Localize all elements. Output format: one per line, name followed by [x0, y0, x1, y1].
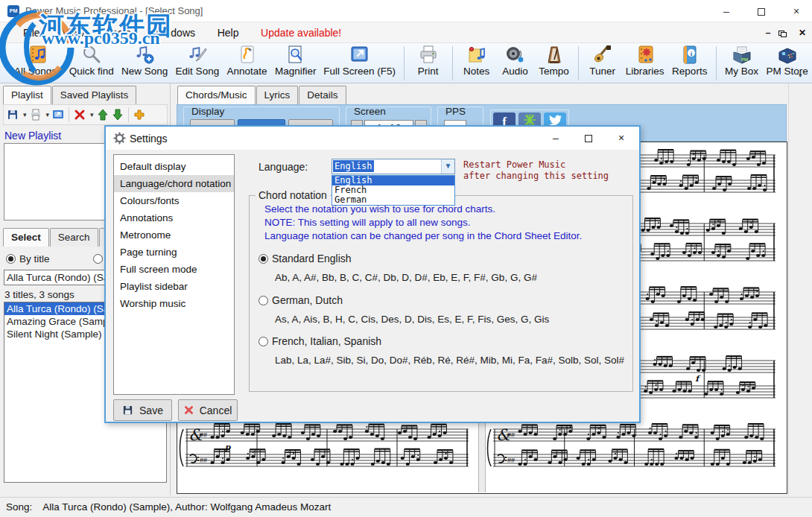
chord-notation-groupbox: Chord notation Select the notation you w… — [249, 195, 633, 392]
tab-search[interactable]: Search — [50, 228, 98, 247]
dialog-minimize-button[interactable]: – — [541, 127, 571, 150]
window-close-button[interactable]: × — [779, 0, 812, 22]
toolbar-print-button[interactable]: Print — [413, 45, 443, 77]
toolbar-libraries-button[interactable]: Libraries — [627, 45, 664, 77]
svg-text:p: p — [224, 443, 232, 452]
status-song-label: Song: — [6, 501, 32, 513]
audio-icon — [505, 45, 526, 65]
radio-icon — [258, 254, 268, 264]
tab-select[interactable]: Select — [3, 228, 49, 247]
toolbar-label: Quick find — [69, 66, 114, 77]
toolbar-notes-button[interactable]: Notes — [462, 45, 492, 77]
toolbar-label: All Songs▾ — [14, 66, 62, 77]
save-button[interactable]: Save — [113, 399, 172, 421]
radio-standard-english[interactable]: Standard English — [258, 253, 352, 264]
move-down-icon[interactable] — [112, 109, 124, 121]
toolbar-tuner-button[interactable]: Tuner — [588, 45, 618, 77]
toolbar-label: Libraries — [626, 66, 664, 77]
toolbar-separator — [716, 46, 717, 80]
child-restore-button[interactable] — [776, 26, 793, 39]
toolbar-label: Full Screen (F5) — [323, 66, 396, 77]
toolbar-tempo-button[interactable]: Tempo — [539, 45, 569, 77]
print-icon — [418, 45, 439, 65]
language-option-german[interactable]: German — [332, 195, 454, 205]
toolbar-audio-button[interactable]: Audio — [501, 45, 530, 77]
language-combobox[interactable]: English ▼ — [332, 159, 455, 174]
toolbar-new-song-button[interactable]: New Song — [122, 45, 167, 77]
settings-dialog-title: Settings — [130, 133, 168, 145]
radio-by-title[interactable]: By title — [6, 253, 50, 264]
tab-chords-music[interactable]: Chords/Music — [177, 86, 256, 104]
toolbar-reports-button[interactable]: i Reports — [673, 45, 707, 77]
add-song-icon[interactable] — [133, 109, 145, 121]
cancel-x-icon — [184, 405, 194, 415]
window-minimize-button[interactable]: – — [709, 0, 743, 22]
menu-file[interactable]: File — [13, 22, 50, 43]
save-playlist-icon[interactable] — [7, 109, 19, 121]
new-playlist-link[interactable]: New Playlist — [4, 130, 61, 142]
pm-store-icon — [777, 45, 798, 65]
settings-nav-playlist-sidebar[interactable]: Playlist sidebar — [114, 278, 234, 295]
playlist-toolbar: ▾ ▾ ▾ — [3, 104, 168, 125]
cancel-button[interactable]: Cancel — [178, 399, 238, 421]
dialog-close-button[interactable]: × — [606, 127, 636, 150]
toolbar-my-box-button[interactable]: PM My Box — [726, 45, 758, 77]
tab-lyrics[interactable]: Lyrics — [256, 86, 299, 104]
settings-nav-page-turning[interactable]: Page turning — [114, 244, 234, 261]
tab-playlist[interactable]: Playlist — [3, 86, 51, 104]
full-screen-icon — [349, 45, 370, 65]
settings-dialog-titlebar[interactable]: Settings – × — [106, 127, 639, 150]
svg-text:##: ## — [200, 457, 207, 464]
toolbar-edit-song-button[interactable]: Edit Song — [176, 45, 218, 77]
menu-windows[interactable]: Windows — [143, 22, 205, 43]
settings-nav-metronome[interactable]: Metronome — [114, 226, 234, 244]
settings-nav-default-display[interactable]: Default display — [114, 158, 234, 175]
settings-nav-worship-music[interactable]: Worship music — [114, 295, 234, 312]
menu-tools[interactable]: Tools — [97, 22, 141, 43]
print-caret-icon[interactable]: ▾ — [46, 111, 50, 118]
settings-nav-annotations[interactable]: Annotations — [114, 209, 234, 226]
menu-view[interactable]: View — [52, 22, 94, 43]
toolbar-full-screen-button[interactable]: Full Screen (F5) — [325, 45, 395, 77]
toolbar-all-songs-button[interactable]: All Songs▾ — [15, 45, 61, 77]
window-maximize-button[interactable] — [744, 0, 778, 22]
pps-group-label: PPS — [444, 106, 467, 117]
radio-french-italian-spanish[interactable]: French, Italian, Spanish — [258, 335, 381, 347]
info-line-2: NOTE: This setting will apply to all new… — [264, 217, 471, 228]
settings-nav-language-chord-notation[interactable]: Language/chord notation — [114, 175, 234, 192]
tab-details[interactable]: Details — [299, 86, 346, 104]
notes-french-italian-spanish: Lab, La, La#, Sib, Si, Do, Do#, Réb, Ré,… — [275, 355, 624, 366]
settings-nav-full-screen-mode[interactable]: Full screen mode — [114, 261, 234, 278]
toolbar-annotate-button[interactable]: Annotate — [227, 45, 266, 77]
tab-saved-playlists[interactable]: Saved Playlists — [52, 86, 137, 104]
main-toolbar: All Songs▾ Quick find New Song Edit Song… — [0, 43, 812, 83]
display-playlist-icon[interactable] — [52, 109, 64, 121]
toolbar-label: Reports — [672, 66, 707, 77]
child-close-button[interactable]: ✕ — [794, 26, 811, 39]
tuner-icon — [592, 45, 613, 65]
svg-text:f: f — [695, 374, 701, 384]
dialog-maximize-button[interactable] — [574, 127, 603, 150]
screen-group-label: Screen — [352, 106, 387, 117]
settings-nav-colours-fonts[interactable]: Colours/fonts — [114, 192, 234, 209]
radio-german-dutch[interactable]: German, Dutch — [258, 294, 343, 306]
cancel-label: Cancel — [200, 405, 232, 416]
toolbar-overflow-button[interactable]: ▾ — [799, 72, 802, 79]
toolbar-quick-find-button[interactable]: Quick find — [70, 45, 113, 77]
child-minimize-button[interactable]: – — [760, 26, 776, 39]
notes-german-dutch: As, A, Ais, B, H, C, Cis, Des, D, Dis, E… — [275, 314, 549, 325]
language-dropdown-list: English French German — [332, 175, 455, 206]
combo-dropdown-button[interactable]: ▼ — [441, 159, 454, 174]
print-playlist-icon[interactable] — [30, 109, 42, 121]
status-song-value: Alla Turca (Rondo) (Sample), Author: Wol… — [42, 501, 331, 513]
radio-icon — [258, 296, 268, 305]
update-available-link[interactable]: Update available! — [251, 22, 351, 43]
remove-caret-icon[interactable]: ▾ — [90, 111, 94, 118]
remove-song-icon[interactable] — [74, 109, 86, 121]
magnifier-icon — [285, 45, 306, 65]
save-caret-icon[interactable]: ▾ — [23, 111, 27, 118]
toolbar-magnifier-button[interactable]: Magnifier — [276, 45, 316, 77]
move-up-icon[interactable] — [97, 109, 109, 121]
menu-help[interactable]: Help — [208, 22, 249, 43]
toolbar-label: Notes — [463, 66, 489, 77]
